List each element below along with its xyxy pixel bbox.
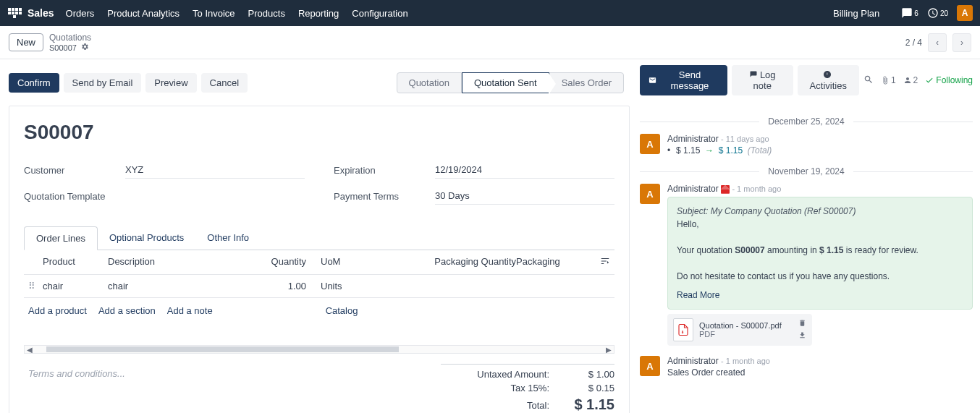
tab-optional-products[interactable]: Optional Products [98, 226, 195, 250]
pager-prev[interactable]: ‹ [928, 33, 947, 52]
email-body-line: Your quotation S00007 amounting in $ 1.1… [677, 244, 963, 257]
cell-uom[interactable]: Units [321, 281, 407, 291]
total-amount: $ 1.15 [564, 396, 614, 413]
tab-bar: Order Lines Optional Products Other Info [24, 226, 614, 250]
col-uom[interactable]: UoM [321, 256, 407, 268]
message-item: A Administrator - 1 month ago Subject: M… [640, 184, 973, 346]
drag-handle-icon[interactable]: ⠿ [28, 281, 43, 291]
nav-product-analytics[interactable]: Product Analytics [107, 8, 179, 19]
nav-products[interactable]: Products [248, 8, 285, 19]
app-brand[interactable]: Sales [28, 7, 54, 19]
read-more-link[interactable]: Read More [677, 289, 719, 302]
email-greeting: Hello, [677, 218, 963, 231]
terms-field[interactable]: Terms and conditions... [24, 364, 441, 413]
total-label: Total: [441, 396, 549, 413]
tab-other-info[interactable]: Other Info [195, 226, 261, 250]
email-subject: Subject: My Company Quotation (Ref S0000… [677, 205, 963, 218]
log-note-button[interactable]: Log note [732, 65, 793, 95]
attachment-type: PDF [699, 330, 793, 339]
messaging-icon[interactable]: 6 [901, 7, 918, 19]
message-author[interactable]: Administrator [667, 184, 719, 194]
customer-field[interactable]: XYZ [125, 161, 305, 179]
message-author[interactable]: Administrator [667, 134, 719, 144]
stage-sales-order[interactable]: Sales Order [549, 72, 624, 93]
activities-nav-icon[interactable]: 20 [927, 7, 948, 19]
email-preview: Subject: My Company Quotation (Ref S0000… [667, 197, 973, 310]
col-pkg-qty[interactable]: Packaging Quantity [407, 256, 516, 268]
pager: 2 / 4 ‹ › [905, 33, 971, 52]
nav-reporting[interactable]: Reporting [298, 8, 339, 19]
search-icon[interactable] [863, 74, 874, 87]
nav-billing-plan[interactable]: Billing Plan [833, 8, 879, 19]
chatter-toolbar: Send message Log note Activities 1 2 Fol… [633, 59, 980, 101]
pager-next[interactable]: › [952, 33, 971, 52]
new-button[interactable]: New [9, 33, 43, 51]
confirm-button[interactable]: Confirm [9, 73, 59, 93]
top-navbar: Sales Orders Product Analytics To Invoic… [0, 0, 980, 26]
nav-configuration[interactable]: Configuration [352, 8, 407, 19]
table-settings-icon[interactable] [588, 256, 610, 268]
download-attachment-icon[interactable] [798, 331, 806, 341]
untaxed-amount: $ 1.00 [564, 369, 614, 380]
untaxed-label: Untaxed Amount: [441, 369, 549, 380]
gear-icon[interactable] [81, 43, 89, 52]
apps-icon[interactable] [7, 6, 22, 20]
cell-product[interactable]: chair [43, 281, 108, 291]
document-title: S00007 [24, 121, 614, 144]
message-item: A Administrator - 1 month ago Sales Orde… [640, 356, 973, 378]
chatter-panel: December 25, 2024 A Administrator - 11 d… [633, 106, 980, 413]
order-lines-table: Product Description Quantity UoM Packagi… [24, 250, 614, 323]
message-body: Sales Order created [667, 367, 973, 378]
send-message-label: Send message [661, 69, 719, 91]
activities-count: 20 [940, 9, 948, 17]
table-row[interactable]: ⠿ chair chair 1.00 Units [24, 275, 614, 298]
stage-quotation[interactable]: Quotation [397, 72, 462, 93]
tax-amount: $ 0.15 [564, 383, 614, 393]
horizontal-scrollbar[interactable]: ◀ ▶ [24, 345, 614, 354]
cell-description[interactable]: chair [108, 281, 248, 291]
following-indicator[interactable]: Following [925, 75, 973, 85]
preview-button[interactable]: Preview [145, 73, 196, 93]
status-bar: Quotation Quotation Sent Sales Order [397, 72, 624, 93]
form-view: S00007 Customer XYZ Expiration 12/19/202… [9, 106, 630, 413]
stage-quotation-sent[interactable]: Quotation Sent [462, 72, 549, 93]
delete-attachment-icon[interactable] [798, 319, 806, 328]
cell-quantity[interactable]: 1.00 [248, 281, 321, 291]
expiration-field[interactable]: 12/19/2024 [435, 161, 614, 179]
add-note-link[interactable]: Add a note [167, 305, 213, 316]
send-message-button[interactable]: Send message [640, 65, 727, 95]
template-label: Quotation Template [24, 191, 125, 202]
message-time: - 1 month ago [721, 357, 770, 365]
message-item: A Administrator - 11 days ago $ 1.15 → $… [640, 134, 973, 156]
breadcrumb: Quotations S00007 [49, 33, 91, 52]
col-description[interactable]: Description [108, 256, 248, 268]
cancel-button[interactable]: Cancel [201, 73, 248, 93]
nav-orders[interactable]: Orders [66, 8, 95, 19]
attachments-count[interactable]: 1 [881, 75, 896, 85]
message-avatar: A [640, 134, 660, 154]
col-pkg[interactable]: Packaging [516, 256, 588, 268]
tax-label: Tax 15%: [441, 383, 549, 393]
activities-button[interactable]: Activities [798, 65, 859, 95]
nav-to-invoice[interactable]: To Invoice [193, 8, 235, 19]
payment-terms-field[interactable]: 30 Days [435, 187, 614, 205]
attachment-card[interactable]: ⬇ Quotation - S00007.pdf PDF [667, 314, 812, 346]
user-avatar[interactable]: A [957, 5, 973, 21]
col-product[interactable]: Product [43, 256, 108, 268]
send-email-button[interactable]: Send by Email [64, 73, 142, 93]
message-author[interactable]: Administrator [667, 356, 719, 366]
svg-text:⬇: ⬇ [681, 331, 684, 334]
date-separator: December 25, 2024 [759, 116, 853, 127]
tab-order-lines[interactable]: Order Lines [24, 226, 98, 250]
breadcrumb-parent[interactable]: Quotations [49, 33, 91, 43]
pager-text: 2 / 4 [905, 38, 922, 48]
message-avatar: A [640, 356, 660, 376]
attachment-name: Quotation - S00007.pdf [699, 321, 793, 330]
followers-count[interactable]: 2 [903, 75, 918, 85]
message-time: - 11 days ago [721, 135, 769, 143]
template-field[interactable] [125, 193, 305, 199]
col-quantity[interactable]: Quantity [248, 256, 321, 268]
catalog-link[interactable]: Catalog [326, 305, 358, 316]
add-section-link[interactable]: Add a section [98, 305, 156, 316]
add-product-link[interactable]: Add a product [28, 305, 87, 316]
